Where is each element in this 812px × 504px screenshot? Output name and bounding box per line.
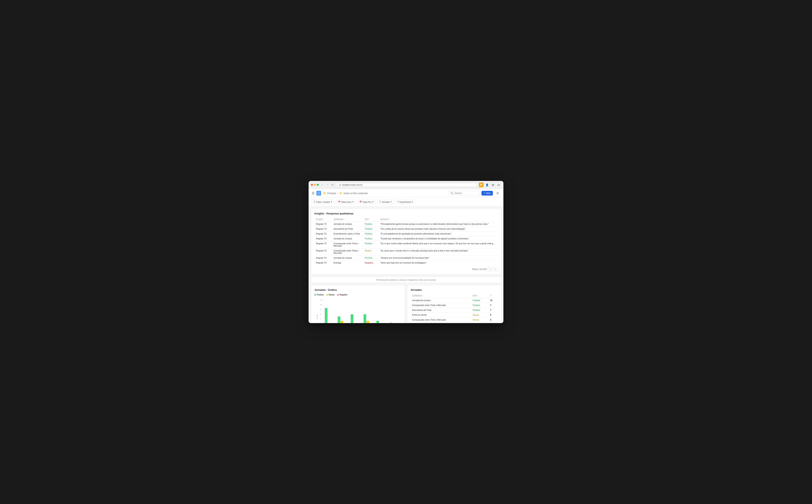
filter-label-experiencia: Experiência: [399, 201, 411, 203]
cell-exp: Positiva: [363, 231, 379, 236]
insights-table-body: Regular T2 Jornada de compra Positiva "P…: [314, 222, 498, 265]
cell-nugget: "Eu vi que vocês estão vendendo Marta ac…: [379, 241, 498, 248]
nav-refresh-button[interactable]: ↻: [330, 183, 335, 187]
logo-icon: [317, 192, 320, 195]
filters-bar: T Class. Usuário ▾ 📅 Data Início ▾ 📅 Dat…: [308, 198, 504, 206]
browser-nav: ← → ↻: [320, 183, 335, 187]
extension-btn-2[interactable]: 👤: [485, 182, 490, 187]
pagination-next[interactable]: ›: [493, 267, 498, 271]
legend-positiva: Positiva: [314, 294, 323, 296]
jcell-exp: Positiva: [471, 308, 489, 313]
jcell-jornada: Jornada de compra: [411, 298, 471, 303]
hamburger-button[interactable]: ☰: [312, 191, 314, 195]
insights-table-title: Insights - Pesquisas qualitativas: [314, 212, 498, 215]
list-item: Jornada de compra Positiva 11: [411, 298, 498, 303]
extension-btn-1[interactable]: R: [479, 182, 484, 187]
filter-chevron-3: ▾: [372, 201, 374, 203]
url-bar[interactable]: 🔗 analytics.trela.com.br: [336, 183, 477, 187]
main-content: Insights - Pesquisas qualitativas CLASS …: [308, 206, 504, 323]
pagination-prev[interactable]: ‹: [488, 267, 492, 271]
url-text: analytics.trela.com.br: [342, 184, 362, 186]
legend-neutra: Neutra: [326, 294, 334, 296]
filter-label-jornada: Jornada: [381, 201, 389, 203]
insights-table-card: Insights - Pesquisas qualitativas CLASS …: [311, 209, 501, 274]
th-jornada: JORNADA ↑: [332, 217, 363, 222]
th-nugget: NUGGET ↑: [379, 217, 498, 222]
pagination: Rows 1-8 of 50 ‹ ›: [314, 267, 498, 271]
extension-btn-3[interactable]: ⊡: [491, 182, 495, 187]
y-axis: 12 10 8 6 4 2 0: [320, 298, 324, 323]
app-header-right: 🔍 Search + New ⚙: [448, 190, 500, 196]
nav-forward-button[interactable]: →: [325, 183, 329, 187]
cell-nugget: "Foi a ideia de ter acesso direto aos pr…: [379, 226, 498, 231]
filter-cal-icon-2: 📅: [359, 201, 362, 203]
nav-back-button[interactable]: ←: [320, 183, 324, 187]
bar-group: Entrega: [389, 323, 401, 323]
new-button[interactable]: + New: [482, 191, 493, 196]
chart-section: Jornadas - Grafico Positiva Neutra Negat…: [311, 285, 404, 323]
pagination-text: Rows 1-8 of 50: [472, 268, 487, 270]
cell-class: Regular T2: [314, 226, 332, 231]
cell-jornada: Entendimento sobre a Trela: [332, 231, 363, 236]
cell-jornada: Jornada de compra: [332, 256, 363, 260]
cell-class: Regular T2: [314, 256, 332, 260]
filter-data-inicio[interactable]: 📅 Data Início ▾: [336, 200, 356, 204]
cell-nugget: "Acho que hoje tem um excesso de embalag…: [379, 260, 498, 265]
y-10: 10: [320, 304, 324, 306]
filter-chevron-1: ▾: [331, 201, 332, 203]
cell-nugget: "Principalmente ganho tempo porque eu pr…: [379, 222, 498, 226]
settings-button[interactable]: ⚙: [495, 190, 500, 196]
jth-jornada: JORNADA ↑: [411, 294, 471, 298]
legend-label-positiva: Positiva: [317, 294, 323, 296]
th-class: CLASS ↑: [314, 217, 332, 222]
th-exp: EXP ↑: [363, 217, 379, 222]
url-lock-icon: 🔗: [339, 184, 341, 186]
app-header: ☰ 📁 Produto / 📁 Voice of the customer 🔍: [308, 189, 504, 198]
list-item: Perfil do cliente Neutra 6: [411, 313, 498, 317]
cell-exp: Positiva: [363, 241, 379, 248]
cell-jornada: Jornada de compra: [332, 222, 363, 226]
jcell-exp: Positiva: [471, 322, 489, 323]
jcell-exp: Neutra: [471, 313, 489, 317]
browser-chrome: ← → ↻ 🔗 analytics.trela.com.br R 👤 ⊡ ▭: [308, 181, 504, 189]
cell-class: Regular T2: [314, 260, 332, 265]
bottom-row: Jornadas - Grafico Positiva Neutra Negat…: [311, 285, 501, 323]
cell-class: Regular T2: [314, 231, 332, 236]
chart-container: TOTAL 12 10 8 6 4 2 0: [314, 298, 401, 323]
bar-group: Comparação entre Trela e Mercado: [337, 316, 350, 323]
app-header-left: ☰ 📁 Produto / 📁 Voice of the customer: [312, 191, 368, 196]
chart-title: Jornadas - Grafico: [314, 288, 401, 291]
extension-btn-4[interactable]: ▭: [497, 182, 501, 187]
cell-jornada: Comparação entre Trela e Mercado: [332, 248, 363, 256]
bar-group: Jornada de compra: [325, 308, 337, 323]
new-button-label: New: [486, 192, 491, 195]
jcell-total: 4: [489, 322, 498, 323]
jcell-jornada: Perfil do cliente: [411, 313, 471, 317]
jcell-jornada: Entendimento sobre a Trela: [411, 322, 471, 323]
breadcrumb-sep-1: /: [337, 192, 338, 195]
filter-text-icon-1: T: [314, 201, 315, 203]
cell-class: Regular T2: [314, 248, 332, 256]
legend-dot-neutra: [326, 294, 328, 296]
filter-experiencia[interactable]: T Experiência ▾: [395, 200, 415, 204]
svg-point-0: [317, 192, 318, 193]
bar-group: Descoberta da Trela: [351, 314, 363, 323]
filter-jornada[interactable]: T Jornada ▾: [377, 200, 394, 204]
breadcrumb-produto[interactable]: Produto: [327, 192, 336, 195]
y-axis-label-container: TOTAL: [314, 298, 320, 323]
table-row: Regular T2 Entrega Negativa "Acho que ho…: [314, 260, 498, 265]
breadcrumb-voice[interactable]: Voice of the customer: [343, 192, 368, 195]
legend-label-neutra: Neutra: [329, 294, 334, 296]
filter-class-usuario[interactable]: T Class. Usuário ▾: [312, 200, 334, 204]
cell-nugget: "Gostei que mostrava o comparativo de pr…: [379, 236, 498, 241]
search-bar[interactable]: 🔍 Search: [448, 191, 480, 196]
browser-dot-green: [317, 184, 319, 186]
jcell-exp: Positiva: [471, 303, 489, 308]
legend-dot-positiva: [314, 294, 316, 296]
app-logo: [316, 191, 321, 196]
cell-class: Regular T2: [314, 222, 332, 226]
jth-total: T: [489, 294, 498, 298]
filter-data-fim[interactable]: 📅 Data Fim ▾: [357, 200, 376, 204]
table-row: Regular T2 Comparação entre Trela e Merc…: [314, 241, 498, 248]
filter-chevron-2: ▾: [352, 201, 353, 203]
